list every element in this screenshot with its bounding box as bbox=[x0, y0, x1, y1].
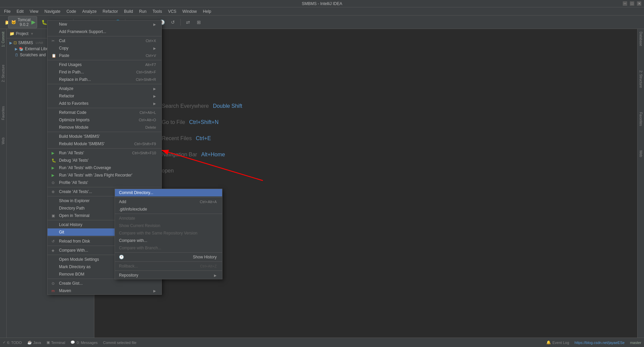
csdn-url[interactable]: https://blog.csdn.net/jayaeESe bbox=[575, 341, 625, 345]
ctx-replace-in-path[interactable]: Replace in Path... Ctrl+Shift+R bbox=[48, 76, 161, 83]
sub-compare-with[interactable]: Compare with... bbox=[115, 237, 222, 244]
menu-window[interactable]: Window bbox=[180, 8, 200, 14]
menu-help[interactable]: Help bbox=[200, 8, 214, 14]
ctx-reformat[interactable]: Reformat Code Ctrl+Alt+L bbox=[48, 109, 161, 116]
menu-navigate[interactable]: Navigate bbox=[42, 8, 63, 14]
ctx-debug-tests[interactable]: 🐛 Debug 'All Tests' bbox=[48, 157, 161, 164]
sub-sep-1 bbox=[115, 197, 222, 197]
close-button[interactable]: ✕ bbox=[637, 1, 641, 6]
sub-repository[interactable]: Repository ▶ bbox=[115, 272, 222, 279]
todo-tab[interactable]: ✓ 6: TODO bbox=[3, 340, 22, 345]
right-tab-favorites[interactable]: Favorites bbox=[638, 111, 643, 127]
sub-commit-directory[interactable]: Commit Directory... bbox=[115, 189, 222, 196]
git-revert-button[interactable]: ↺ bbox=[168, 18, 178, 27]
sub-revision-label: Show Current Revision bbox=[119, 223, 160, 228]
run-button[interactable]: ▶ bbox=[29, 18, 38, 27]
right-tab-database[interactable]: Database bbox=[638, 30, 643, 48]
sub-show-revision: Show Current Revision bbox=[115, 222, 222, 229]
left-sidebar: 1: Commit 2: Structure Favorites Web bbox=[0, 29, 7, 338]
messages-icon: 💬 bbox=[70, 340, 75, 345]
ctx-create-gist[interactable]: ⊙ Create Gist... bbox=[48, 280, 161, 287]
ctx-bom-label: Remove BOM bbox=[59, 272, 84, 277]
ctx-cut[interactable]: ✂ Cut Ctrl+X bbox=[48, 37, 161, 44]
ctx-copy[interactable]: Copy ▶ bbox=[48, 44, 161, 52]
ctx-build-module[interactable]: Build Module 'SMBMS' bbox=[48, 133, 161, 140]
ctx-create-icon: ⊕ bbox=[52, 190, 57, 194]
ctx-compare-label: Compare With... bbox=[59, 248, 88, 253]
menu-analyze[interactable]: Analyze bbox=[80, 8, 99, 14]
menubar: File Edit View Navigate Code Analyze Ref… bbox=[0, 7, 644, 15]
todo-icon: ✓ bbox=[3, 340, 6, 345]
terminal-tab[interactable]: ▣ Terminal bbox=[47, 340, 65, 345]
run-config-dropdown[interactable]: 🐱 Tomcat 9.0.2 ▾ bbox=[18, 18, 27, 27]
ctx-analyze[interactable]: Analyze ▶ bbox=[48, 85, 161, 92]
menu-vcs[interactable]: VCS bbox=[165, 8, 179, 14]
menu-file[interactable]: File bbox=[1, 8, 13, 14]
sub-compare-label: Compare with... bbox=[119, 238, 147, 243]
messages-tab[interactable]: 💬 0: Messages bbox=[70, 340, 97, 345]
menu-run[interactable]: Run bbox=[136, 8, 149, 14]
window-title: SMBMS - IntelliJ IDEA bbox=[302, 1, 342, 6]
sub-gitinfo-exclude[interactable]: .git/info/exclude bbox=[115, 206, 222, 213]
layout-button[interactable]: ⊞ bbox=[194, 18, 204, 27]
right-tab-structure[interactable]: 2: Structure bbox=[638, 69, 643, 89]
ctx-rebuild-module[interactable]: Rebuild Module 'SMBMS' Ctrl+Shift+F9 bbox=[48, 140, 161, 148]
ctx-new[interactable]: New ▶ bbox=[48, 21, 161, 28]
ctx-run-jfr[interactable]: ▶ Run 'All Tests' with 'Java Flight Reco… bbox=[48, 171, 161, 179]
ctx-build-label: Build Module 'SMBMS' bbox=[59, 134, 100, 139]
ctx-optimize-imports[interactable]: Optimize Imports Ctrl+Alt+O bbox=[48, 116, 161, 124]
project-dropdown-arrow[interactable]: ▾ bbox=[31, 31, 33, 36]
right-tab-web[interactable]: Web bbox=[638, 149, 643, 158]
menu-edit[interactable]: Edit bbox=[14, 8, 26, 14]
ctx-coverage-icon: ▶ bbox=[52, 166, 57, 170]
bottombar: ✓ 6: TODO ☕ Java ▣ Terminal 💬 0: Message… bbox=[0, 338, 644, 347]
sub-show-history[interactable]: 🕐 Show History bbox=[115, 253, 222, 261]
ctx-git-label: Git bbox=[59, 230, 64, 234]
ctx-remove-module[interactable]: Remove Module Delete bbox=[48, 124, 161, 131]
ctx-profile[interactable]: ⊙ Profile 'All Tests' bbox=[48, 179, 161, 186]
ctx-add-framework[interactable]: Add Framework Support... bbox=[48, 28, 161, 35]
menu-tools[interactable]: Tools bbox=[150, 8, 165, 14]
ctx-refactor-arrow: ▶ bbox=[153, 94, 156, 98]
maximize-button[interactable]: □ bbox=[630, 1, 634, 6]
ctx-run-icon: ▶ bbox=[52, 151, 57, 155]
ctx-refactor[interactable]: Refactor ▶ bbox=[48, 92, 161, 100]
event-log-link[interactable]: 🔔 Event Log bbox=[546, 340, 569, 345]
editor-area: Search Everywhere Double Shift Go to Fil… bbox=[94, 29, 637, 338]
sidebar-commit-tab[interactable]: 1: Commit bbox=[1, 30, 6, 49]
menu-code[interactable]: Code bbox=[64, 8, 79, 14]
ctx-copy-arrow: ▶ bbox=[153, 46, 156, 50]
ctx-add-favorites[interactable]: Add to Favorites ▶ bbox=[48, 100, 161, 107]
ctx-paste[interactable]: 📋 Paste Ctrl+V bbox=[48, 52, 161, 59]
ctx-run-tests[interactable]: ▶ Run 'All Tests' Ctrl+Shift+F10 bbox=[48, 149, 161, 157]
sub-sep-3 bbox=[115, 252, 222, 253]
ctx-sep-5 bbox=[48, 132, 161, 132]
java-tab[interactable]: ☕ Java bbox=[27, 340, 41, 345]
ctx-debug-label: Debug 'All Tests' bbox=[59, 158, 89, 163]
ctx-replace-label: Replace in Path... bbox=[59, 77, 91, 82]
sub-add[interactable]: Add Ctrl+Alt+A bbox=[115, 198, 222, 206]
sidebar-structure-tab[interactable]: 2: Structure bbox=[1, 63, 6, 84]
ctx-jfr-icon: ▶ bbox=[52, 173, 57, 178]
menu-refactor[interactable]: Refactor bbox=[100, 8, 121, 14]
ctx-find-in-path[interactable]: Find in Path... Ctrl+Shift+F bbox=[48, 68, 161, 76]
ctx-reformat-shortcut: Ctrl+Alt+L bbox=[140, 111, 156, 115]
ctx-optimize-shortcut: Ctrl+Alt+O bbox=[139, 118, 156, 122]
translate-button[interactable]: ⇄ bbox=[183, 18, 193, 27]
ctx-sep-3 bbox=[48, 84, 161, 84]
ctx-find-usages-shortcut: Alt+F7 bbox=[145, 63, 156, 67]
expand-icon: ▶ bbox=[9, 41, 12, 45]
minimize-button[interactable]: ─ bbox=[623, 1, 627, 6]
sub-annotate: Annotate bbox=[115, 215, 222, 222]
ctx-find-usages[interactable]: Find Usages Alt+F7 bbox=[48, 61, 161, 68]
sidebar-favorites-tab[interactable]: Favorites bbox=[1, 105, 6, 121]
git-branch-label[interactable]: master bbox=[630, 341, 641, 345]
menu-view[interactable]: View bbox=[27, 8, 41, 14]
ctx-maven[interactable]: m Maven ▶ bbox=[48, 287, 161, 294]
ctx-run-coverage[interactable]: ▶ Run 'All Tests' with Coverage bbox=[48, 164, 161, 171]
sidebar-web-tab[interactable]: Web bbox=[1, 136, 6, 146]
ctx-profile-label: Profile 'All Tests' bbox=[59, 180, 88, 185]
ctx-paste-icon: 📋 bbox=[52, 54, 57, 58]
menu-build[interactable]: Build bbox=[121, 8, 136, 14]
sub-commit-label: Commit Directory... bbox=[119, 190, 153, 195]
